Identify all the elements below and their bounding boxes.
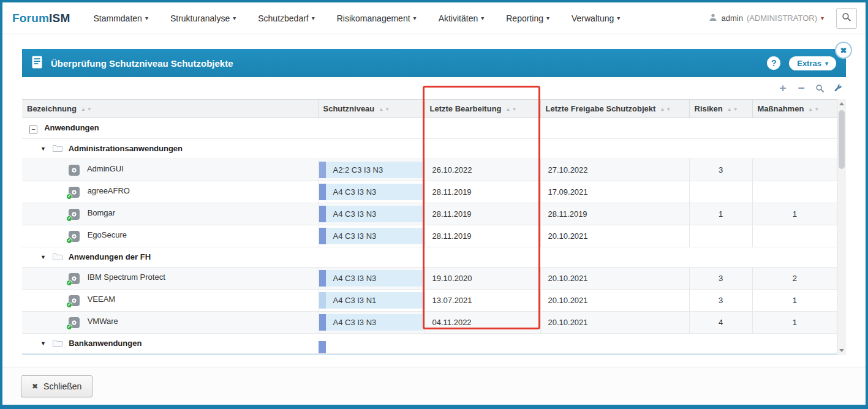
menu-risikomanagement[interactable]: Risikomanagement▾	[337, 13, 417, 23]
table-search-button[interactable]	[814, 83, 825, 94]
massnahmen-cell	[752, 159, 837, 181]
letzte-bearbeitung-cell: 26.10.2022	[425, 159, 540, 181]
sort-icons[interactable]: ▲▼	[727, 107, 739, 112]
collapse-group-icon[interactable]: −	[29, 126, 37, 133]
vertical-scrollbar[interactable]	[837, 99, 846, 355]
column-header-bezeichnung[interactable]: Bezeichnung▲▼	[22, 100, 318, 118]
application-gear-icon	[69, 165, 80, 176]
massnahmen-cell: 1	[752, 312, 837, 334]
user-role: (ADMINISTRATOR)	[747, 13, 817, 23]
table-row-subgroup[interactable]: ▼ Anwendungen der FH	[22, 247, 837, 268]
table-toolbar: + −	[22, 77, 846, 99]
tree-expanded-icon[interactable]: ▼	[40, 340, 46, 347]
chevron-down-icon: ▾	[481, 15, 484, 21]
column-header-massnahmen[interactable]: Maßnahmen▲▼	[752, 100, 837, 118]
app-logo[interactable]: ForumISM	[12, 12, 70, 25]
application-gear-icon: ✓	[69, 187, 80, 198]
massnahmen-cell	[752, 225, 837, 247]
chevron-down-icon: ▾	[312, 15, 315, 21]
user-icon	[709, 13, 717, 23]
extras-button[interactable]: Extras▾	[789, 56, 836, 70]
column-header-risiken[interactable]: Risiken▲▼	[689, 100, 752, 118]
schutzniveau-bar	[319, 292, 326, 309]
sort-icons[interactable]: ▲▼	[808, 107, 820, 112]
chevron-down-icon: ▾	[145, 15, 148, 21]
table-row-item[interactable]: ✓ agreeAFRO A4 C3 I3 N3 28.11.2019 17.09…	[22, 181, 837, 203]
risiken-cell: 3	[689, 290, 752, 312]
table-row-group[interactable]: − Anwendungen	[22, 118, 837, 139]
schutzniveau-badge: A4 C3 I3 N3	[319, 228, 424, 244]
main-menu: Stammdaten▾ Strukturanalyse▾ Schutzbedar…	[94, 13, 709, 23]
application-gear-icon: ✓	[69, 273, 80, 284]
table-row-item[interactable]: AdminGUI A2:2 C3 I3 N3 26.10.2022 27.10.…	[22, 159, 837, 181]
scrollbar-thumb[interactable]	[839, 110, 845, 169]
chevron-down-icon: ▾	[233, 15, 236, 21]
column-header-schutzniveau[interactable]: Schutzniveau▲▼	[318, 100, 425, 118]
menu-verwaltung[interactable]: Verwaltung▾	[572, 13, 620, 23]
tree-expanded-icon[interactable]: ▼	[40, 254, 46, 260]
menu-stammdaten[interactable]: Stammdaten▾	[94, 13, 148, 23]
menu-schutzbedarf[interactable]: Schutzbedarf▾	[258, 13, 315, 23]
close-icon: ✖	[840, 46, 847, 55]
scroll-down-button[interactable]	[837, 346, 846, 355]
global-search-button[interactable]	[836, 8, 857, 29]
column-header-letzte-freigabe[interactable]: Letzte Freigabe Schutzobjekt▲▼	[540, 100, 689, 118]
scroll-up-button[interactable]	[837, 99, 846, 108]
item-label: AdminGUI	[87, 164, 124, 173]
risiken-cell: 4	[689, 312, 752, 334]
tree-expanded-icon[interactable]: ▼	[40, 146, 46, 152]
sort-icons[interactable]: ▲▼	[379, 107, 391, 112]
sort-icons[interactable]: ▲▼	[81, 107, 93, 112]
schutzniveau-badge: A4 C3 I3 N3	[319, 184, 424, 200]
user-menu[interactable]: admin (ADMINISTRATOR) ▾	[709, 13, 824, 23]
risiken-cell: 3	[689, 159, 752, 181]
help-button[interactable]: ?	[767, 56, 780, 70]
chevron-down-icon: ▾	[546, 15, 549, 21]
sort-icons[interactable]: ▲▼	[660, 107, 672, 112]
letzte-freigabe-cell: 20.10.2021	[540, 268, 689, 290]
risiken-cell: 3	[689, 268, 752, 290]
schliessen-button[interactable]: ✖ Schließen	[21, 375, 92, 397]
column-header-letzte-bearbeitung[interactable]: Letzte Bearbeitung▲▼	[425, 100, 540, 118]
panel-close-button[interactable]: ✖	[835, 42, 852, 59]
table-row-item[interactable]: ✓ VEEAM A4 C3 I3 N1 13.07.2021 20.10.202…	[22, 290, 837, 312]
group-label: Bankanwendungen	[69, 339, 142, 348]
letzte-freigabe-cell: 17.09.2021	[540, 181, 689, 203]
risiken-cell	[689, 225, 752, 247]
table-row-subgroup[interactable]: ▼ Administrationsanwendungen	[22, 139, 837, 159]
table-row-item[interactable]: ✓ EgoSecure A4 C3 I3 N3 28.11.2019 20.10…	[22, 225, 837, 247]
folder-icon	[53, 144, 62, 154]
panel-header: Überprüfung Schutzniveau Schutzobjekte ?…	[22, 49, 846, 77]
letzte-freigabe-cell: 20.10.2021	[540, 225, 689, 247]
table-row-item[interactable]: ✓ VMWare A4 C3 I3 N3 04.11.2022 20.10.20…	[22, 312, 837, 334]
schutzniveau-bar	[319, 162, 326, 178]
close-icon: ✖	[32, 382, 38, 391]
sort-icons[interactable]: ▲▼	[506, 107, 518, 112]
menu-reporting[interactable]: Reporting▾	[506, 13, 549, 23]
letzte-bearbeitung-cell: 28.11.2019	[425, 181, 540, 203]
user-name: admin	[721, 13, 742, 23]
collapse-all-button[interactable]: −	[796, 83, 807, 94]
table-row-item[interactable]: ✓ IBM Spectrum Protect A4 C3 I3 N3 19.10…	[22, 268, 837, 290]
schutzobjekte-table: Bezeichnung▲▼ Schutzniveau▲▼ Letzte Bear…	[22, 99, 846, 355]
menu-aktivitaeten[interactable]: Aktivitäten▾	[439, 13, 485, 23]
top-navigation: ForumISM Stammdaten▾ Strukturanalyse▾ Sc…	[2, 2, 866, 34]
schutzniveau-panel: Überprüfung Schutzniveau Schutzobjekte ?…	[22, 49, 846, 355]
table-row-item[interactable]: ✓ Bomgar A4 C3 I3 N3 28.11.2019 28.11.20…	[22, 203, 837, 225]
schutzniveau-badge: A4 C3 I3 N3	[319, 314, 424, 331]
settings-wrench-button[interactable]	[832, 83, 843, 94]
letzte-bearbeitung-cell: 04.11.2022	[425, 312, 540, 334]
massnahmen-cell: 2	[752, 268, 837, 290]
table-row-subgroup[interactable]: ▼ Bankanwendungen	[22, 334, 837, 354]
menu-strukturanalyse[interactable]: Strukturanalyse▾	[170, 13, 236, 23]
chevron-down-icon: ▾	[617, 15, 620, 21]
letzte-bearbeitung-cell: 13.07.2021	[425, 290, 540, 312]
table-header-row: Bezeichnung▲▼ Schutzniveau▲▼ Letzte Bear…	[22, 100, 837, 118]
item-label: VMWare	[88, 317, 118, 326]
expand-all-button[interactable]: +	[777, 83, 788, 94]
table-row-subgroup-selected[interactable]: ▼ Atruvia	[22, 354, 837, 356]
group-label: Administrationsanwendungen	[69, 144, 183, 153]
chevron-down-icon: ▾	[821, 15, 824, 21]
schutzniveau-bar-partial	[319, 341, 326, 353]
main-content: Überprüfung Schutzniveau Schutzobjekte ?…	[2, 49, 866, 355]
